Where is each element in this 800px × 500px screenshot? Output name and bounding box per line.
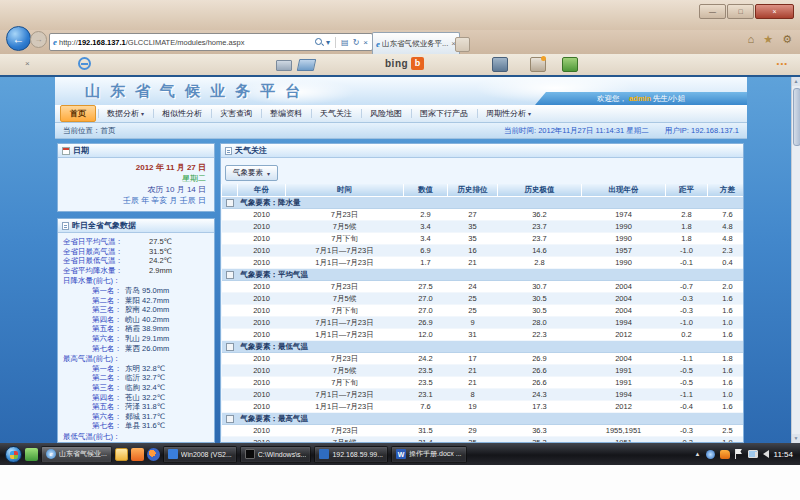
weather-data-row[interactable]: 20101月1日—7月23日12.03122.320120.21.6 bbox=[222, 329, 745, 341]
taskbar-button-label: 操作手册.docx ... bbox=[409, 449, 462, 459]
column-header[interactable]: 历史极值 bbox=[498, 184, 582, 197]
bing-logo[interactable]: bing b bbox=[385, 57, 424, 70]
menu-item[interactable]: 首页 bbox=[60, 105, 96, 122]
weather-table: 年份 时间 数值 历史排位 历史极值 出现年份 距平 方差 bbox=[221, 184, 744, 443]
collapse-box-icon[interactable] bbox=[226, 271, 234, 279]
minimize-button[interactable]: — bbox=[699, 4, 726, 19]
send-icon[interactable] bbox=[297, 59, 317, 71]
weather-data-row[interactable]: 20107月1日—7月23日26.9928.01994-1.01.0 bbox=[222, 317, 745, 329]
maximize-button[interactable]: □ bbox=[727, 4, 754, 19]
weather-data-row[interactable]: 20107月23日31.52936.31955,1951-0.32.5 bbox=[222, 425, 745, 437]
rank-value: 苍山 32.2℃ bbox=[125, 393, 165, 403]
element-section-row[interactable]: 气象要素：降水量 bbox=[222, 197, 745, 209]
stat-row: 全省日平均气温： 27.5℃ bbox=[63, 237, 209, 247]
collapse-box-icon[interactable] bbox=[226, 199, 234, 207]
back-button[interactable]: ← bbox=[6, 26, 31, 51]
gear-icon[interactable]: ⚙ bbox=[782, 34, 792, 45]
home-icon[interactable]: ⌂ bbox=[748, 34, 755, 45]
column-header[interactable]: 距平 bbox=[666, 184, 708, 197]
element-section-row[interactable]: 气象要素：最低气温 bbox=[222, 341, 745, 353]
clock[interactable]: 11:54 bbox=[774, 450, 795, 459]
show-hidden-icons-arrow[interactable]: ▲ bbox=[695, 451, 701, 457]
weather-data-row[interactable]: 20107月1日—7月23日6.91614.61957-1.02.3 bbox=[222, 245, 745, 257]
forward-button[interactable]: → bbox=[30, 31, 47, 48]
stop-icon[interactable]: × bbox=[362, 38, 369, 47]
menu-item[interactable]: 数据分析 ▾ bbox=[98, 106, 153, 121]
toolbar-close-icon[interactable]: × bbox=[25, 60, 30, 68]
taskbar-button[interactable]: Win2008 (VS2... bbox=[163, 446, 237, 463]
scroll-down-arrow[interactable]: ▼ bbox=[792, 434, 800, 443]
tab-title[interactable]: 山东省气候业务平... bbox=[382, 39, 449, 49]
column-header[interactable]: 历史排位 bbox=[448, 184, 498, 197]
browser-toolbar2: × bing b ••• bbox=[0, 54, 800, 76]
element-section-row[interactable]: 气象要素：平均气温 bbox=[222, 269, 745, 281]
more-options-icon[interactable]: ••• bbox=[777, 60, 788, 68]
mail-icon[interactable] bbox=[276, 60, 292, 71]
column-header[interactable]: 方差 bbox=[708, 184, 745, 197]
quicklaunch-icon[interactable] bbox=[131, 448, 144, 461]
favorites-star-icon[interactable]: ★ bbox=[763, 34, 773, 45]
menu-item[interactable]: 天气关注 bbox=[311, 106, 361, 121]
quicklaunch-icon[interactable] bbox=[147, 448, 160, 461]
collapse-box-icon[interactable] bbox=[226, 343, 234, 351]
scrollbar-thumb[interactable] bbox=[793, 88, 800, 146]
stat-value: 24.2℃ bbox=[149, 256, 172, 266]
close-button[interactable]: × bbox=[755, 4, 794, 19]
addon-puzzle-icon[interactable] bbox=[562, 57, 578, 72]
antivirus-icon[interactable] bbox=[720, 450, 730, 459]
taskbar-button[interactable]: 192.168.59.99... bbox=[314, 446, 388, 463]
new-tab-button[interactable] bbox=[455, 37, 470, 52]
calendar-ganzhi: 壬辰 年 辛亥 月 壬辰 日 bbox=[66, 195, 206, 206]
scroll-up-arrow[interactable]: ▲ bbox=[792, 77, 800, 86]
taskbar-button[interactable]: C:\Windows\s... bbox=[240, 446, 312, 463]
weather-data-row[interactable]: 20107月5候27.02530.52004-0.31.6 bbox=[222, 293, 745, 305]
element-section-row[interactable]: 气象要素：最高气温 bbox=[222, 413, 745, 425]
element-filter-button[interactable]: 气象要素 ▾ bbox=[225, 165, 278, 181]
weather-data-row[interactable]: 20107月23日2.92736.219742.87.6 bbox=[222, 209, 745, 221]
search-icon[interactable] bbox=[315, 38, 323, 46]
volume-icon[interactable] bbox=[763, 450, 769, 458]
contacts-icon[interactable] bbox=[530, 57, 546, 72]
action-center-flag-icon[interactable] bbox=[735, 449, 743, 459]
weather-data-row[interactable]: 20107月23日27.52430.72004-0.72.0 bbox=[222, 281, 745, 293]
menu-item[interactable]: 相似性分析 bbox=[153, 106, 211, 121]
calendar-weekday: 星期二 bbox=[66, 173, 206, 184]
page-scrollbar[interactable]: ▲ ▼ bbox=[791, 77, 800, 443]
menu-item[interactable]: 整编资料 bbox=[261, 106, 311, 121]
menu-item[interactable]: 灾害查询 bbox=[211, 106, 261, 121]
tray-app-icon[interactable] bbox=[706, 450, 715, 459]
menu-item[interactable]: 风险地图 bbox=[361, 106, 411, 121]
column-header[interactable]: 数值 bbox=[404, 184, 448, 197]
refresh-icon[interactable]: ↻ bbox=[352, 38, 361, 47]
menu-item[interactable]: 周期性分析 ▾ bbox=[477, 106, 540, 121]
browser-tab[interactable]: e 山东省气候业务平... × bbox=[372, 32, 460, 54]
weather-data-row[interactable]: 20107月23日24.21726.92004-1.11.8 bbox=[222, 353, 745, 365]
weather-data-row[interactable]: 20107月下旬23.52126.61991-0.51.6 bbox=[222, 377, 745, 389]
weather-data-row[interactable]: 20107月下旬3.43523.719901.84.8 bbox=[222, 233, 745, 245]
welcome-ribbon: 欢迎您， admin 先生/小姐 bbox=[535, 92, 747, 105]
weather-data-row[interactable]: 20107月5候3.43523.719901.84.8 bbox=[222, 221, 745, 233]
taskbar-button[interactable]: 操作手册.docx ... bbox=[391, 446, 467, 463]
column-header[interactable]: 年份 bbox=[238, 184, 286, 197]
start-button[interactable] bbox=[5, 446, 22, 463]
column-header[interactable]: 出现年份 bbox=[582, 184, 666, 197]
column-header[interactable]: 时间 bbox=[286, 184, 404, 197]
weather-data-row[interactable]: 20101月1日—7月23日1.7212.81990-0.10.4 bbox=[222, 257, 745, 269]
weather-data-row[interactable]: 20107月1日—7月23日23.1824.31994-1.11.0 bbox=[222, 389, 745, 401]
compatibility-view-icon[interactable]: ▤ bbox=[340, 38, 350, 47]
blocked-addon-icon[interactable] bbox=[78, 57, 91, 70]
weather-data-row[interactable]: 20101月1日—7月23日7.61917.32012-0.41.6 bbox=[222, 401, 745, 413]
screen: — □ × ← → e http://192.168.137.1/GLCCLIM… bbox=[0, 0, 800, 500]
menu-item[interactable]: 国家下行产品 bbox=[411, 106, 477, 121]
search-dropdown-icon[interactable]: ▾ bbox=[325, 38, 331, 47]
webcam-icon[interactable] bbox=[492, 57, 508, 72]
url-text[interactable]: http://192.168.137.1/GLCCLIMATE/modules/… bbox=[59, 38, 313, 47]
calendar-lunar-date: 农历 10 月 14 日 bbox=[66, 184, 206, 195]
address-bar[interactable]: e http://192.168.137.1/GLCCLIMATE/module… bbox=[49, 33, 373, 51]
weather-data-row[interactable]: 20107月下旬27.02530.52004-0.31.6 bbox=[222, 305, 745, 317]
weather-data-row[interactable]: 20107月5候23.52126.61991-0.51.6 bbox=[222, 365, 745, 377]
collapse-box-icon[interactable] bbox=[226, 415, 234, 423]
taskbar-button-ie[interactable]: 山东省气候业... bbox=[41, 446, 112, 463]
pinned-app-icon[interactable] bbox=[25, 448, 38, 461]
quicklaunch-icon[interactable] bbox=[115, 448, 128, 461]
